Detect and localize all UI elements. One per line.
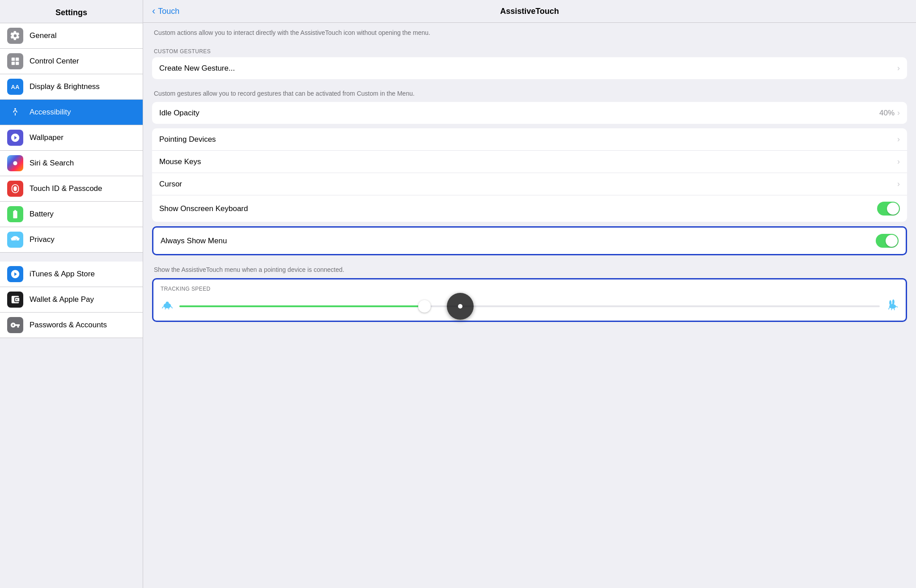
content-panel: ‹ Touch AssistiveTouch Custom actions al… [143,0,916,588]
always-show-label: Always Show Menu [161,237,227,245]
sidebar-item-privacy[interactable]: Privacy [0,227,143,253]
wallpaper-label: Wallpaper [30,133,64,142]
passwords-label: Passwords & Accounts [30,321,107,330]
slider-thumb-zoomed [447,293,474,320]
tracking-speed-slider[interactable] [179,305,880,307]
create-gesture-chevron: › [897,63,900,73]
sidebar-title: Settings [0,0,143,23]
sidebar-item-accessibility[interactable]: Accessibility [0,100,143,125]
always-show-card: Always Show Menu [152,226,907,255]
show-keyboard-row[interactable]: Show Onscreen Keyboard [152,195,907,222]
tracking-speed-label: TRACKING SPEED [161,286,899,292]
pointing-devices-label: Pointing Devices [159,135,216,144]
svg-point-7 [166,302,169,305]
idle-opacity-chevron: › [897,108,900,118]
sidebar-item-general[interactable]: General [0,23,143,49]
always-show-description: Show the AssistiveTouch menu when a poin… [152,260,907,278]
svg-line-17 [891,308,892,310]
cursor-label: Cursor [159,180,182,189]
wallet-icon [7,292,23,308]
sidebar-item-battery[interactable]: Battery [0,202,143,227]
control-center-label: Control Center [30,57,79,66]
itunes-label: iTunes & App Store [30,270,95,279]
create-gesture-card: Create New Gesture... › [152,57,907,79]
idle-opacity-card: Idle Opacity 40% › [152,102,907,124]
content-header: ‹ Touch AssistiveTouch [143,0,916,23]
slider-thumb-inner [458,304,462,309]
battery-label: Battery [30,210,54,219]
accessibility-label: Accessibility [30,108,71,117]
svg-rect-0 [12,58,15,61]
touchid-label: Touch ID & Passcode [30,184,102,193]
battery-icon [7,206,23,222]
svg-point-4 [14,108,16,110]
idle-opacity-right: 40% › [879,108,900,118]
mouse-keys-row[interactable]: Mouse Keys › [152,151,907,173]
display-label: Display & Brightness [30,82,100,91]
back-button[interactable]: ‹ Touch [152,6,179,16]
control-center-icon [7,53,23,69]
itunes-icon [7,266,23,282]
display-icon: AA [7,79,23,95]
sidebar-item-control-center[interactable]: Control Center [0,49,143,74]
svg-line-18 [894,308,895,310]
show-keyboard-label: Show Onscreen Keyboard [159,204,248,213]
sidebar: Settings General Control Center AA Displ… [0,0,143,588]
always-show-row[interactable]: Always Show Menu [153,228,906,254]
always-show-toggle[interactable] [876,234,899,248]
cursor-row[interactable]: Cursor › [152,173,907,195]
svg-line-11 [171,306,172,308]
svg-rect-2 [12,62,15,65]
pointing-devices-chevron: › [897,135,900,144]
show-keyboard-toggle-knob [887,203,899,215]
wallet-label: Wallet & Apple Pay [30,295,94,304]
slider-fill [179,305,424,307]
idle-opacity-row[interactable]: Idle Opacity 40% › [152,102,907,124]
svg-line-16 [889,307,890,309]
svg-point-5 [13,161,17,165]
accessibility-icon [7,104,23,120]
create-gesture-right: › [897,63,900,73]
custom-gestures-section-label: CUSTOM GESTURES [152,41,907,57]
tracking-speed-card: TRACKING SPEED [152,278,907,322]
gesture-description: Custom gestures allow you to record gest… [152,84,907,102]
slider-thumb[interactable] [418,300,431,313]
pointing-devices-row[interactable]: Pointing Devices › [152,128,907,151]
fast-speed-icon [885,298,899,314]
privacy-label: Privacy [30,235,55,244]
svg-line-8 [162,306,163,308]
idle-opacity-value: 40% [879,109,895,118]
sidebar-item-siri[interactable]: Siri & Search [0,151,143,176]
slow-speed-icon [161,298,174,314]
mouse-keys-label: Mouse Keys [159,157,201,166]
sidebar-spacer [0,253,143,262]
sidebar-item-touchid[interactable]: Touch ID & Passcode [0,176,143,202]
sidebar-item-wallpaper[interactable]: Wallpaper [0,125,143,151]
back-chevron-icon: ‹ [152,6,155,16]
svg-point-13 [889,300,891,305]
navigation-card: Pointing Devices › Mouse Keys › Cursor ›… [152,128,907,222]
create-gesture-row[interactable]: Create New Gesture... › [152,57,907,79]
show-keyboard-toggle[interactable] [877,202,900,216]
sidebar-item-display[interactable]: AA Display & Brightness [0,74,143,100]
wallpaper-icon [7,130,23,146]
slider-row [161,298,899,314]
privacy-icon [7,232,23,248]
sidebar-item-itunes[interactable]: iTunes & App Store [0,262,143,287]
general-icon [7,28,23,44]
sidebar-item-wallet[interactable]: Wallet & Apple Pay [0,287,143,313]
svg-rect-3 [16,62,19,65]
siri-icon [7,155,23,171]
siri-label: Siri & Search [30,159,74,168]
sidebar-item-passwords[interactable]: Passwords & Accounts [0,313,143,338]
touchid-icon [7,181,23,197]
svg-point-15 [891,304,894,306]
cursor-chevron: › [897,179,900,189]
svg-rect-1 [16,58,19,61]
page-title: AssistiveTouch [500,7,559,16]
mouse-keys-chevron: › [897,157,900,166]
intro-description: Custom actions allow you to interact dir… [152,23,907,41]
svg-line-19 [896,306,898,307]
back-label: Touch [158,7,179,16]
create-gesture-label: Create New Gesture... [159,64,235,73]
